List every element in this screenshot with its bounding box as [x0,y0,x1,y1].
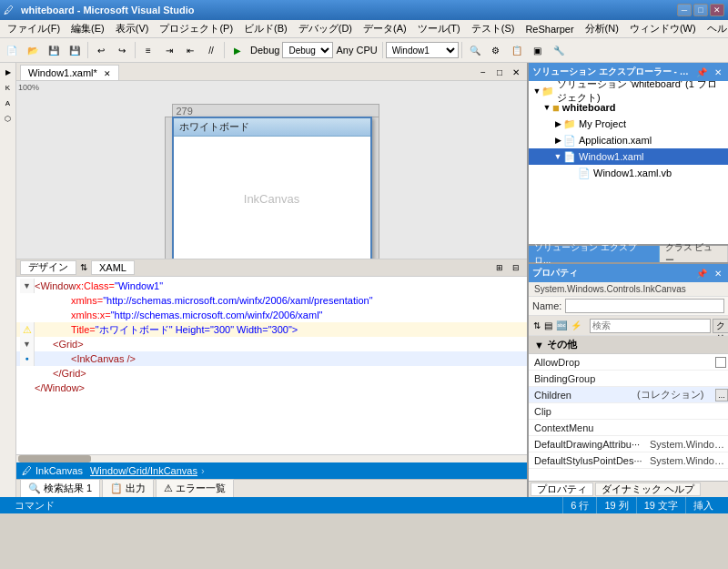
code-val-2: "http://schemas.microsoft.com/winfx/2006… [103,293,372,308]
document-tab-close[interactable]: ✕ [104,69,111,78]
status-col: 19 列 [597,497,636,513]
xaml-panel-btn2[interactable]: ⊟ [509,260,523,275]
close-button[interactable]: ✕ [710,4,724,16]
props-alpha-btn[interactable]: 🔤 [555,317,568,335]
prop-row-contextmenu[interactable]: ContextMenu [529,420,728,436]
expand-5[interactable]: ▼ [23,337,31,351]
sol-exp-close-btn[interactable]: ✕ [712,66,724,78]
class-view-tab[interactable]: クラス ビュー [660,246,728,262]
tree-window1-vb[interactable]: 📄 Window1.xaml.vb [529,165,728,181]
xaml-editor[interactable]: ▼ <Window x:Class="Window1" xmlns="http:… [16,277,527,454]
tab-toggle-icon[interactable]: ⇅ [80,262,87,272]
menu-view[interactable]: 表示(V) [110,20,155,37]
unindent-btn[interactable]: ⇤ [180,41,200,59]
menu-tools[interactable]: ツール(T) [412,20,466,37]
tree-expand-appxaml[interactable]: ▶ [552,136,563,145]
props-bottom-tab-dynamic[interactable]: ダイナミック ヘルプ [595,483,701,496]
tree-expand-window1[interactable]: ▼ [552,152,563,161]
panel-collapse-btn[interactable]: − [476,66,490,80]
undo-btn[interactable]: ↩ [91,41,111,59]
redo-btn[interactable]: ↪ [112,41,132,59]
tree-solution-root[interactable]: ▼ 📁 ソリューション 'whiteboard' (1 プロジェクト) [529,83,728,99]
panel-float-btn[interactable]: □ [492,66,507,80]
vertical-btn-2[interactable]: K [1,80,15,95]
debug-config-select[interactable]: Debug [282,42,333,58]
vertical-btn-4[interactable]: ⬡ [1,111,15,126]
zoom-label: 100% [18,83,39,92]
prop-row-defaultstylus[interactable]: DefaultStylusPointDes··· System.Windows.… [529,452,728,469]
prop-row-allowdrop[interactable]: AllowDrop [529,354,728,371]
tree-expand-project[interactable]: ▼ [541,103,552,112]
sol-exp-pin-btn[interactable]: 📌 [695,66,708,78]
sol-exp-tab[interactable]: ソリューション エクスプロ... [529,246,660,262]
bottom-tab-errors-icon: ⚠ [164,483,173,494]
props-name-input[interactable] [565,299,724,313]
prop-row-bindinggroup[interactable]: BindingGroup [529,371,728,387]
props-events-btn[interactable]: ⚡ [570,317,582,335]
comment-btn[interactable]: // [201,41,221,59]
design-tab-label: デザイン [28,260,68,274]
menu-test[interactable]: テスト(S) [466,20,521,37]
prop-row-defaultdrawing[interactable]: DefaultDrawingAttribu··· System.Windows.… [529,436,728,452]
minimize-button[interactable]: ─ [677,4,692,16]
bottom-tab-errors[interactable]: ⚠ エラー一覧 [156,479,234,497]
h-scrollbar[interactable] [16,454,527,463]
tool4-btn[interactable]: ▣ [528,41,548,59]
menu-help[interactable]: ヘルプ(H) [702,20,728,37]
document-tab-window1[interactable]: Window1.xaml* ✕ [20,65,119,80]
open-btn[interactable]: 📂 [23,41,43,59]
designer-tab-xaml[interactable]: XAML [91,260,135,275]
prop-name-defaultstylus: DefaultStylusPointDes··· [534,455,646,466]
xaml-panel-btn1[interactable]: ⊞ [492,260,507,275]
tree-my-project[interactable]: ▶ 📁 My Project [529,116,728,132]
prop-ellipsis-children[interactable]: ... [715,389,728,401]
bottom-tab-output[interactable]: 📋 出力 [102,479,154,497]
play-btn[interactable]: ▶ [228,41,248,59]
save-btn[interactable]: 💾 [44,41,64,59]
menu-window[interactable]: ウィンドウ(W) [624,20,702,37]
vertical-btn-3[interactable]: A [1,96,15,110]
designer-tab-design[interactable]: デザイン [20,260,76,275]
tool2-btn[interactable]: ⚙ [486,41,506,59]
tool3-btn[interactable]: 📋 [507,41,527,59]
panel-close-btn[interactable]: ✕ [509,66,523,80]
tree-app-xaml[interactable]: ▶ 📄 Application.xaml [529,132,728,148]
menu-file[interactable]: ファイル(F) [2,20,66,37]
props-search-input[interactable] [590,319,711,333]
new-file-btn[interactable]: 📄 [2,41,22,59]
tool1-btn[interactable]: 🔍 [465,41,485,59]
code-line-8: </Window> [16,381,527,395]
menu-build[interactable]: ビルド(B) [238,20,293,37]
menu-resharper[interactable]: ReSharper [520,22,579,36]
menu-debug[interactable]: デバッグ(D) [293,20,358,37]
menu-edit[interactable]: 編集(E) [66,20,110,37]
tree-window1-xaml[interactable]: ▼ 📄 Window1.xaml [529,148,728,165]
save-all-btn[interactable]: 💾 [65,41,85,59]
prop-row-clip[interactable]: Clip [529,403,728,420]
maximize-button[interactable]: □ [693,4,708,16]
menu-data[interactable]: データ(A) [358,20,412,37]
menu-project[interactable]: プロジェクト(P) [154,20,238,37]
format-btn[interactable]: ≡ [138,41,158,59]
menu-analyze[interactable]: 分析(N) [580,20,624,37]
props-pin-btn[interactable]: 📌 [695,267,708,279]
props-category-btn[interactable]: ▤ [543,317,553,335]
breadcrumb-2[interactable]: Window/Grid/InkCanvas [90,465,197,476]
props-section-other[interactable]: ▼ その他 [529,336,728,354]
props-sort-btn[interactable]: ⇅ [532,317,541,335]
indent-btn[interactable]: ⇥ [159,41,179,59]
expand-1[interactable]: ▼ [23,279,31,293]
tree-expand-root[interactable]: ▼ [532,86,541,96]
bottom-tab-search[interactable]: 🔍 検索結果 1 [20,479,100,497]
target-select[interactable]: Window1 [386,42,459,58]
code-val-3: "http://schemas.microsoft.com/winfx/2006… [111,308,323,322]
tool5-btn[interactable]: 🔧 [549,41,569,59]
props-bottom-tab-properties[interactable]: プロパティ [531,483,593,496]
debug-label: Debug [248,45,281,56]
props-clear-btn[interactable]: クリア [713,319,728,333]
prop-checkbox-allowdrop[interactable] [715,357,726,368]
props-close-btn[interactable]: ✕ [712,267,724,279]
vertical-btn-1[interactable]: ▶ [1,65,15,79]
tree-expand-myprojct[interactable]: ▶ [552,119,563,128]
prop-row-children[interactable]: Children (コレクション) ... [529,387,728,403]
